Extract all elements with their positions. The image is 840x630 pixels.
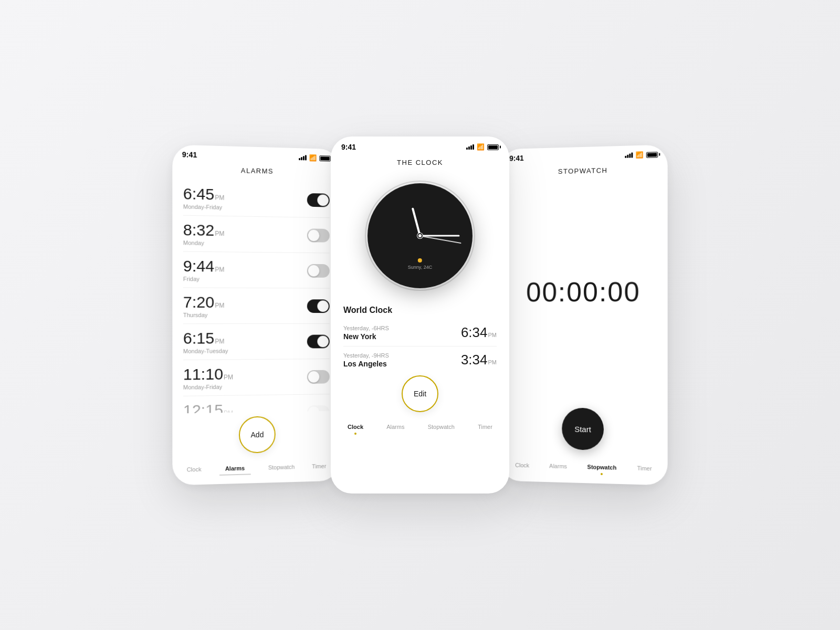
alarm-info: 12:15 PM Monday	[183, 401, 233, 414]
alarm-day: Monday	[183, 239, 224, 246]
status-bar-clock: 9:41 📶	[331, 136, 509, 154]
alarm-ampm: PM	[215, 266, 224, 273]
nav-item-stopwatch[interactable]: Stopwatch	[428, 424, 455, 435]
clock-face: Sunny, 24C	[368, 183, 472, 288]
start-button[interactable]: Start	[562, 407, 604, 450]
alarm-hour: 6:15	[183, 329, 214, 348]
alarm-item: 8:32 PM Monday	[183, 216, 330, 254]
signal-bar-3	[629, 154, 631, 158]
signal-bar-4	[305, 155, 307, 160]
alarm-time: 6:45 PM	[183, 185, 224, 204]
bottom-nav-stopwatch: Clock Alarms Stopwatch Timer	[500, 456, 668, 485]
nav-label-clock: Clock	[515, 462, 529, 469]
signal-icon	[466, 144, 474, 150]
alarm-toggle-1[interactable]	[307, 193, 330, 207]
wc-offset-newyork: Yesterday, -6HRS	[343, 325, 389, 331]
alarm-item: 11:10 PM Monday-Friday	[183, 359, 330, 396]
status-time-stopwatch: 9:41	[509, 154, 523, 163]
nav-item-alarms[interactable]: Alarms	[386, 424, 404, 435]
alarm-time: 6:15 PM	[183, 329, 228, 348]
battery-fill	[647, 153, 657, 157]
wc-ampm-newyork: PM	[488, 332, 497, 338]
wifi-icon: 📶	[477, 143, 485, 151]
nav-item-clock[interactable]: Clock	[187, 466, 202, 477]
battery-fill	[488, 145, 498, 149]
alarm-ampm: PM	[215, 338, 224, 345]
status-icons-clock: 📶	[466, 143, 499, 151]
add-button-container: Add	[172, 411, 340, 461]
wc-ampm-la: PM	[488, 359, 497, 365]
status-time-alarms: 9:41	[182, 150, 197, 159]
status-icons-stopwatch: 📶	[625, 151, 658, 159]
nav-label-alarms: Alarms	[549, 463, 567, 469]
wc-time-newyork: 6:34 PM	[461, 324, 497, 341]
alarm-hour: 11:10	[183, 365, 223, 384]
stopwatch-time: 00:00:00	[526, 276, 640, 308]
alarm-hour: 9:44	[183, 257, 214, 276]
nav-item-clock-active[interactable]: Clock	[348, 424, 363, 435]
nav-item-stopwatch[interactable]: Stopwatch	[268, 464, 295, 474]
signal-bar-4	[472, 144, 474, 150]
nav-label-alarms: Alarms	[225, 465, 245, 472]
alarm-hour: 8:32	[183, 221, 214, 239]
add-button[interactable]: Add	[239, 416, 276, 453]
hour-hand	[412, 207, 421, 236]
phone-alarms: 9:41 📶 ALARMS 6:45	[172, 144, 340, 485]
signal-bar-2	[627, 155, 628, 158]
clock-face-container: Sunny, 24C	[331, 173, 509, 301]
alarm-toggle-4[interactable]	[307, 299, 330, 313]
alarm-info: 8:32 PM Monday	[183, 221, 224, 246]
toggle-knob	[317, 335, 328, 347]
clock-center-dot	[417, 233, 423, 238]
alarms-list: 6:45 PM Monday-Friday 8:32 PM Monday	[172, 179, 340, 413]
nav-item-timer[interactable]: Timer	[637, 465, 652, 477]
signal-icon	[299, 155, 307, 160]
signal-bar-1	[625, 156, 626, 158]
wc-hour-newyork: 6:34	[461, 324, 488, 341]
alarm-toggle-5[interactable]	[307, 334, 330, 348]
signal-bar-4	[631, 152, 633, 158]
alarm-toggle-2[interactable]	[307, 228, 330, 242]
nav-item-timer[interactable]: Timer	[312, 463, 326, 474]
alarm-toggle-6[interactable]	[307, 370, 330, 383]
nav-item-stopwatch-active[interactable]: Stopwatch	[587, 464, 617, 475]
wc-city-newyork: New York	[343, 332, 389, 341]
alarm-day: Thursday	[183, 312, 224, 318]
clock-title: THE CLOCK	[331, 154, 509, 173]
battery-icon	[646, 152, 658, 158]
alarm-hour: 6:45	[183, 185, 214, 204]
toggle-knob	[308, 371, 320, 382]
alarm-toggle-3[interactable]	[307, 264, 330, 277]
wc-info-la: Yesterday, -9HRS Los Angeles	[343, 352, 389, 368]
alarm-item: 6:45 PM Monday-Friday	[183, 180, 330, 218]
status-icons-alarms: 📶	[299, 154, 331, 162]
toggle-knob	[317, 194, 328, 206]
alarm-day: Monday-Tuesday	[183, 348, 228, 354]
wifi-icon: 📶	[635, 151, 643, 159]
wifi-icon: 📶	[309, 154, 317, 162]
alarm-time: 7:20 PM	[183, 293, 224, 311]
alarm-ampm: PM	[215, 302, 224, 309]
nav-dot-clock	[354, 433, 356, 435]
alarm-info: 6:15 PM Monday-Tuesday	[183, 329, 228, 354]
nav-item-alarms-active[interactable]: Alarms	[219, 465, 250, 476]
signal-bar-1	[466, 148, 468, 150]
alarm-day: Monday-Friday	[183, 384, 233, 391]
nav-label-clock: Clock	[348, 424, 363, 430]
world-clock-section: World Clock Yesterday, -6HRS New York 6:…	[331, 301, 509, 371]
alarm-day: Monday-Friday	[183, 203, 224, 211]
nav-label-timer: Timer	[478, 424, 492, 430]
alarm-hour: 7:20	[183, 293, 214, 311]
world-clock-title: World Clock	[343, 306, 497, 315]
nav-label-alarms: Alarms	[386, 424, 404, 430]
nav-label-stopwatch: Stopwatch	[268, 464, 295, 470]
alarm-ampm: PM	[224, 373, 233, 381]
status-time-clock: 9:41	[341, 143, 356, 151]
nav-label-stopwatch: Stopwatch	[428, 424, 455, 430]
edit-button[interactable]: Edit	[402, 375, 438, 412]
nav-label-timer: Timer	[312, 463, 326, 470]
nav-item-clock[interactable]: Clock	[515, 462, 529, 473]
nav-item-timer[interactable]: Timer	[478, 424, 492, 435]
nav-item-alarms[interactable]: Alarms	[549, 463, 567, 474]
wc-info-newyork: Yesterday, -6HRS New York	[343, 325, 389, 341]
